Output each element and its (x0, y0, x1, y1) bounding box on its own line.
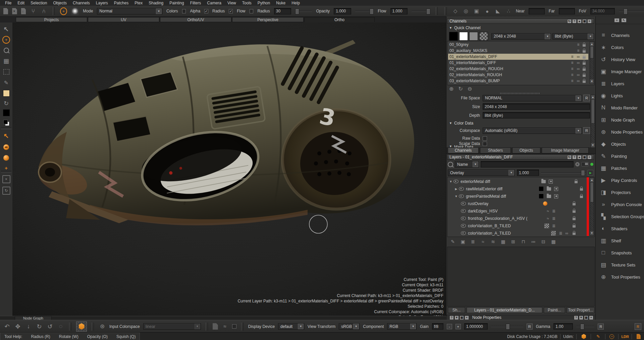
add-tiled-layer-icon[interactable]: ▦ (498, 238, 508, 245)
export-status-icon[interactable]: ↓ (635, 334, 643, 339)
layer-row-group[interactable]: ▼ exteriorMetal diff (448, 178, 589, 185)
visibility-sphere-tool[interactable] (0, 142, 12, 152)
channel-list-scrollbar[interactable]: ▲ ▼ (590, 42, 594, 84)
gain-f-field[interactable]: f/8 (432, 323, 443, 330)
sidebar-item-history-view[interactable]: ↺History View (596, 53, 644, 65)
menu-ptex[interactable]: Ptex (131, 1, 146, 5)
add-status-icon[interactable]: + (608, 334, 615, 339)
opacity-slider[interactable] (355, 8, 374, 14)
fov-field[interactable]: 34.000 (590, 8, 615, 14)
amount-slider-handle[interactable] (581, 170, 585, 176)
dolly-icon[interactable]: ↓ (25, 323, 32, 330)
gamma-reset-button[interactable]: R (598, 324, 604, 330)
gain-plus-button[interactable]: + (455, 324, 461, 329)
lock-icon[interactable] (583, 44, 586, 47)
visibility-eye-icon[interactable] (459, 187, 464, 191)
quick-depth-dropdown[interactable]: 8bit (Byte)▼ (552, 33, 594, 40)
sidebar-item-play-controls[interactable]: ▶Play Controls (596, 174, 644, 186)
mask-icon[interactable] (554, 187, 558, 191)
color-data-header[interactable]: ▼ Color Data (449, 121, 473, 126)
panel-close-icon[interactable]: × (587, 155, 592, 159)
remove-layer-icon[interactable]: ⊟ (538, 238, 548, 245)
gain-value-field[interactable]: 1.000000 (464, 323, 488, 330)
tab-ortho[interactable]: Ortho (304, 17, 375, 22)
brush-tip-preview[interactable] (71, 7, 79, 15)
properties-scrollbar[interactable]: ▲ ▼ (591, 95, 595, 148)
sidebar-item-shaders[interactable]: ◐Shaders (596, 223, 644, 235)
panel-help-icon[interactable]: ? (572, 19, 577, 23)
menu-nuke[interactable]: Nuke (273, 1, 288, 5)
sidebar-item-objects[interactable]: ◆Objects (596, 138, 644, 150)
fov-slider-handle[interactable] (624, 9, 628, 14)
visibility-eye-icon[interactable] (461, 224, 466, 228)
sidebar-item-projectors[interactable]: ◨Projectors (596, 186, 644, 198)
menu-edit[interactable]: Edit (14, 1, 28, 5)
gamma-slider[interactable] (576, 323, 594, 330)
lock-icon[interactable] (583, 81, 586, 83)
paint-mode-dropdown[interactable]: Normal▼ (97, 8, 162, 14)
quick-resolution-dropdown[interactable]: 2048 x 2048▼ (491, 33, 551, 40)
panel-collapse-icon[interactable]: ▲ (577, 19, 582, 23)
scroll-thumb[interactable] (590, 46, 594, 58)
channels-panel-titlebar[interactable]: Channels ↻ ? ▲ ▣ × (447, 18, 594, 24)
layer-list-icon[interactable]: ≔ (528, 238, 538, 245)
lock-icon[interactable] (573, 225, 576, 228)
expand-all-icon[interactable]: » (614, 18, 620, 22)
colorspace-reset-button[interactable]: R (583, 127, 590, 134)
opacity-slider-handle[interactable] (370, 9, 374, 14)
sidebar-item-layers[interactable]: ≣Layers (596, 78, 644, 90)
tab-shaders-collapsed[interactable]: Sh... (448, 307, 465, 313)
colorspace-dropdown[interactable]: Automatic (sRGB)▼ (483, 128, 582, 134)
close-project-icon[interactable]: × (12, 8, 17, 14)
scroll-down-icon[interactable]: ▼ (591, 143, 595, 147)
gamma-value-field[interactable]: 1.00 (553, 323, 573, 330)
sync-channel-icon[interactable]: ↻ (458, 86, 463, 92)
delete-view-button[interactable]: × (0, 174, 12, 184)
near-field[interactable] (529, 8, 545, 14)
expander-icon[interactable]: ▼ (448, 180, 453, 183)
menu-tools[interactable]: Tools (239, 1, 255, 5)
flow-value-field[interactable]: 1.000 (390, 8, 408, 14)
channel-row[interactable]: 00_50grey≡ (448, 42, 588, 48)
quick-black-swatch[interactable] (449, 32, 458, 41)
add-group-icon[interactable]: ⊞ (508, 238, 518, 245)
menu-python[interactable]: Python (255, 1, 273, 5)
size-field[interactable]: 2048 x 2048 (483, 103, 590, 110)
node-properties-titlebar[interactable]: ? ▼ ▣ × Node Properties ? ▼ ▣ × (446, 315, 596, 320)
lut-checkbox[interactable] (232, 324, 236, 329)
flow-checkbox[interactable]: ✓ (229, 9, 233, 13)
sidebar-item-painting[interactable]: ✎Painting (596, 150, 644, 162)
scroll-thumb[interactable] (591, 99, 595, 124)
flow-slider-handle[interactable] (426, 9, 430, 14)
menu-layers[interactable]: Layers (93, 1, 111, 5)
quick-gray-swatch[interactable] (469, 32, 478, 41)
tab-projects[interactable]: Projects (16, 17, 87, 22)
tab-tool-properties-collapsed[interactable]: Tool Propert... (567, 307, 595, 313)
layer-amount-slider[interactable] (541, 169, 586, 176)
pin-cursor-icon[interactable]: ↖ (621, 18, 627, 22)
tab-uv[interactable]: UV (88, 17, 159, 22)
lock-icon[interactable] (573, 218, 576, 220)
panel-collapse-icon[interactable]: ▼ (579, 315, 583, 320)
lock-icon[interactable] (580, 196, 583, 198)
import-icon[interactable]: ↓ (21, 8, 26, 14)
menu-selection[interactable]: Selection (28, 1, 50, 5)
3d-viewport[interactable]: 3 Current Tool: Paint (P) Current Object… (12, 22, 446, 316)
paint-warning-icon[interactable]: ✎ (594, 334, 602, 339)
menu-shading[interactable]: Shading (146, 1, 166, 5)
sidebar-item-node-properties[interactable]: ⊛Node Properties (596, 126, 644, 138)
raw-data-checkbox[interactable] (483, 136, 487, 141)
new-project-icon[interactable] (3, 8, 8, 14)
lock-icon[interactable] (583, 62, 586, 65)
quick-checker-swatch[interactable] (479, 32, 488, 41)
input-colorspace-dropdown[interactable]: linear▼ (143, 323, 201, 330)
channel-row[interactable]: 02_interiorMaterials_ROUGH≡∞ (448, 72, 588, 78)
pan-icon[interactable]: ✥ (14, 323, 21, 330)
filter-by-dropdown[interactable]: Name▼ (455, 161, 479, 167)
rotate-view-icon[interactable]: ↻ (36, 323, 43, 330)
panel-close-icon[interactable]: × (465, 315, 469, 320)
file-space-dropdown[interactable]: NORMAL▼ (483, 95, 582, 101)
tab-image-manager[interactable]: Image Manager (542, 147, 589, 153)
gamma-slider-handle[interactable] (580, 324, 584, 330)
tab-channels[interactable]: Channels (448, 147, 479, 153)
